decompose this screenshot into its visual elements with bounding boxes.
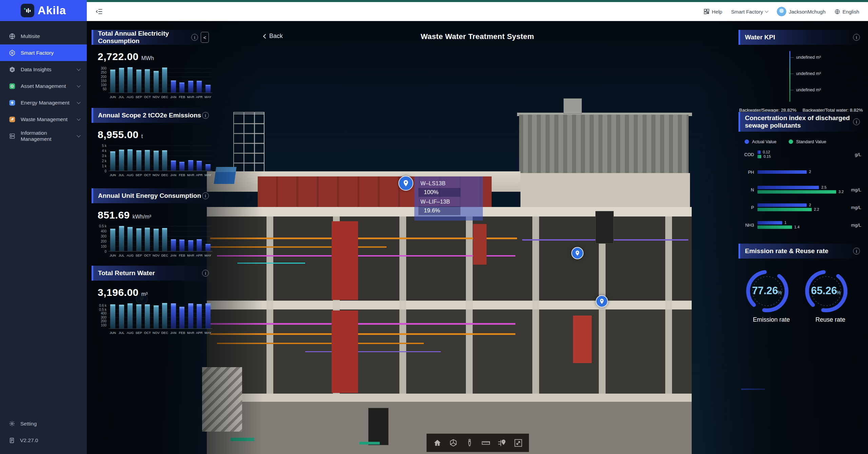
pollutant-row-cod: COD0.120.15g/L: [738, 146, 863, 163]
sidebar-item-waste-management[interactable]: Waste Management: [0, 111, 87, 128]
gear-icon: [9, 420, 15, 427]
sidebar-setting-label: Setting: [20, 421, 80, 427]
bar: [188, 160, 193, 171]
pollutant-unit: mg/L: [851, 205, 861, 210]
sidebar-menu: MultisiteSmart FactoryData InsightsAsset…: [0, 28, 87, 144]
energy-icon: [9, 99, 16, 106]
sidebar-item-multisite[interactable]: Multisite: [0, 28, 87, 44]
panel-electricity-header: Total Annual Electricity Consumption i <: [92, 30, 212, 45]
bar: [171, 160, 176, 171]
bar: [136, 150, 141, 171]
workspace-select[interactable]: Smart Factory: [731, 9, 768, 15]
y-axis: 0.5 k4003002001000: [95, 224, 108, 251]
pollutant-label: P: [738, 205, 754, 210]
bar: [197, 81, 202, 93]
model-pipe-purple: [305, 351, 441, 352]
user-menu[interactable]: JacksonMchugh: [777, 7, 825, 16]
chevron-down-icon: [77, 100, 80, 104]
plot-area: [108, 144, 212, 171]
bar: [188, 81, 193, 93]
back-button[interactable]: Back: [264, 33, 283, 40]
gauge-label: Reuse rate: [803, 316, 857, 323]
bar: [162, 303, 167, 328]
info-icon[interactable]: i: [191, 34, 198, 41]
panel-rates: Emission rate & Reuse rate i 77.26%Emiss…: [738, 244, 863, 323]
info-icon[interactable]: i: [853, 118, 860, 125]
panel-title: Water KPI: [745, 34, 853, 41]
kpi-value: 3,196.00m³: [98, 287, 212, 298]
collapse-panel-button[interactable]: <: [201, 32, 209, 43]
walk-mode-icon[interactable]: [464, 437, 475, 449]
globe-icon: [834, 9, 840, 15]
kpi-value: 851.69kWh/m³: [98, 209, 212, 221]
info-icon[interactable]: i: [202, 112, 209, 119]
pollutant-row-ph: PH2: [738, 163, 863, 181]
menu-fold-button[interactable]: [96, 8, 103, 15]
gauge-tick: [790, 90, 794, 90]
bar: [127, 149, 133, 171]
legend-label: Actual Value: [752, 139, 776, 144]
svg-text:%: %: [777, 290, 782, 295]
actual-bar: 2: [757, 170, 807, 174]
standard-bar: 1.4: [757, 226, 792, 229]
map-pin-icon[interactable]: [398, 176, 413, 191]
fullscreen-icon[interactable]: [512, 437, 524, 449]
panel-pollutants: Concertration index of discharged sewage…: [738, 112, 863, 234]
gauge-label: undefined m³: [796, 71, 821, 76]
bar: [136, 304, 141, 328]
brand-logo[interactable]: Akila: [0, 0, 87, 21]
gauge-label: undefined m³: [796, 88, 821, 92]
sidebar-item-information-management[interactable]: Information Management: [0, 128, 87, 144]
bar: [179, 240, 184, 251]
back-label: Back: [269, 33, 283, 40]
waste-icon: [9, 116, 16, 123]
sidebar-item-data-insights[interactable]: Data Insights: [0, 61, 87, 78]
bar: [136, 228, 141, 251]
actual-bar: 2: [757, 204, 807, 207]
sidebar-item-smart-factory[interactable]: Smart Factory: [0, 44, 87, 61]
sidebar-item-asset-management[interactable]: Asset Management: [0, 78, 87, 94]
bar: [171, 80, 176, 93]
panel-return-water-header: Total Return Water i: [92, 266, 212, 281]
rate-gauges: 77.26%Emission rate65.26%Reuse rate: [738, 259, 863, 323]
language-select[interactable]: English: [834, 9, 859, 15]
bar: [171, 303, 176, 328]
home-icon[interactable]: [432, 437, 443, 449]
standard-bar: 3.2: [757, 190, 836, 194]
pollutant-label: PH: [738, 170, 754, 175]
bar: [110, 151, 115, 171]
panel-title: Total Annual Electricity Consumption: [98, 30, 191, 45]
bar: [197, 161, 202, 171]
bar: [188, 303, 193, 328]
info-icon[interactable]: i: [202, 192, 209, 199]
bar: [205, 244, 211, 251]
map-pin-icon[interactable]: [596, 295, 608, 307]
info-icon[interactable]: i: [853, 248, 860, 254]
map-pin-icon[interactable]: [571, 247, 584, 259]
bar: [127, 67, 133, 93]
plot-area: [108, 66, 212, 93]
sidebar-item-energy-management[interactable]: Energy Management: [0, 94, 87, 111]
sensor-value: 19.6%: [418, 206, 460, 215]
app-version: V2.27.0: [20, 437, 80, 443]
pollutant-row-p: P22.2mg/L: [738, 198, 863, 216]
help-button[interactable]: Help: [704, 9, 722, 15]
sidebar-item-setting[interactable]: Setting: [0, 415, 87, 432]
sidebar-item-version[interactable]: V2.27.0: [0, 432, 87, 449]
unit-energy-bar-chart: 0.5 k4003002001000JUNJULAUGSEPOCTNOVDECJ…: [95, 224, 212, 260]
sensor-value: 100%: [418, 188, 460, 197]
view-toolbar: [427, 434, 529, 452]
pollutant-label: COD: [738, 152, 754, 157]
model-red-cabinet: [473, 224, 487, 265]
sensor-tooltip: W–LS13B 100% W–LIF–13B 19.6%: [414, 176, 483, 221]
bar: [145, 69, 150, 93]
measure-icon[interactable]: [480, 437, 492, 449]
locate-pin-icon[interactable]: [496, 437, 508, 449]
brand-name: Akila: [38, 4, 66, 17]
bar: [154, 151, 159, 171]
info-icon[interactable]: i: [202, 270, 209, 277]
bar: [110, 304, 115, 328]
version-doc-icon: [9, 437, 15, 443]
3d-view-icon[interactable]: [448, 437, 459, 449]
info-icon[interactable]: i: [853, 34, 860, 41]
